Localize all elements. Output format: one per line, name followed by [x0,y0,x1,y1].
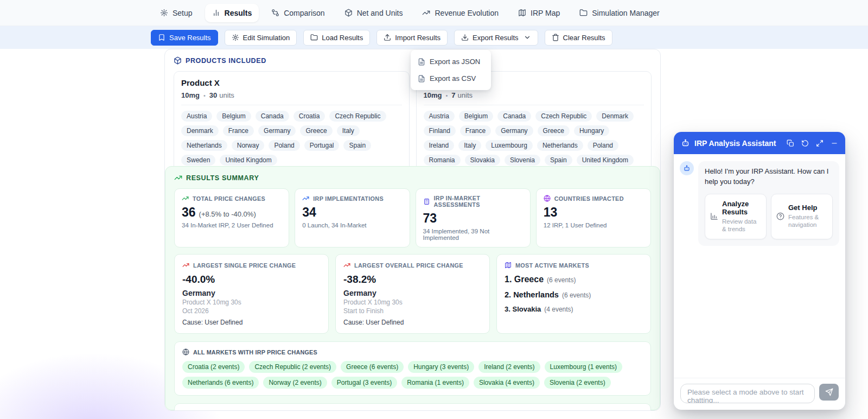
product-strength: 10mg [424,91,442,99]
market-pill: Portugal (3 events) [331,377,397,389]
country-tag: Greece [538,125,570,136]
price-change-value: -40.0% [182,274,321,285]
bot-icon [681,138,690,148]
price-change-cause: Cause: User Defined [343,319,482,326]
save-results-button[interactable]: Save Results [151,30,218,46]
file-icon [418,75,425,82]
button-label: Clear Results [563,34,605,42]
export-as-csv-item[interactable]: Export as CSV [411,70,491,87]
edit-simulation-button[interactable]: Edit Simulation [225,30,297,46]
price-change-product: Product X 10mg 30s [182,299,321,306]
clear-results-button[interactable]: Clear Results [545,30,612,46]
mode-subtitle: Review data & trends [722,218,761,233]
mode-title: Get Help [788,204,827,212]
product-meta: 10mg 7units [424,91,644,99]
assistant-message-area: Hello! I'm your IRP Assistant. How can I… [674,154,845,378]
results-summary-header: RESULTS SUMMARY [174,174,651,182]
stat-label-row: IRP IMPLEMENTATIONS [302,195,402,202]
button-label: Import Results [395,34,441,42]
price-change-cause: Cause: User Defined [182,319,321,326]
market-pill: Netherlands (6 events) [182,377,259,389]
card-label-row: ALL MARKETS WITH USER DEFINED PRICE CHAN… [182,410,643,411]
mode-card-text: Analyze Results Review data & trends [722,200,761,233]
button-label: Edit Simulation [243,34,290,42]
folder-icon [579,9,588,17]
trending-up-icon [422,9,430,17]
analyze-results-mode-card[interactable]: Analyze Results Review data & trends [705,194,767,239]
export-results-button[interactable]: Export Results [454,30,538,46]
country-tag: Spain [545,155,572,166]
bar-chart-icon [710,212,718,220]
country-tag: Canada [497,111,531,122]
menu-item-label: Export as CSV [430,74,476,82]
results-toolbar: Save Results Edit Simulation Load Result… [0,26,868,49]
price-change-country: Germany [182,289,321,297]
tab-comparison[interactable]: Comparison [264,4,331,22]
export-as-json-item[interactable]: Export as JSON [411,53,491,70]
irp-analysis-assistant-panel: IRP Analysis Assistant Hello! I'm your I… [674,132,845,410]
tab-revenue-evolution[interactable]: Revenue Evolution [415,4,506,22]
stat-value-row: 34 [302,205,402,220]
market-pill: Slovakia (4 events) [474,377,540,389]
country-tag: Netherlands [537,140,583,151]
largest-single-price-change-card: LARGEST SINGLE PRICE CHANGE -40.0% Germa… [174,254,329,334]
trending-up-icon [302,195,309,202]
mode-cards-row: Analyze Results Review data & trends Get… [705,194,833,239]
tab-net-and-units[interactable]: Net and Units [337,4,410,22]
card-label: LARGEST SINGLE PRICE CHANGE [193,262,296,269]
country-tag: Poland [269,140,299,151]
tab-results[interactable]: Results [205,4,259,22]
country-tag: Slovenia [505,155,540,166]
trash-icon [552,34,559,41]
minimize-icon[interactable] [831,139,838,147]
trending-up-icon [182,195,189,202]
country-tag: Austria [424,111,455,122]
get-help-mode-card[interactable]: Get Help Features & navigation [771,194,833,239]
globe-icon [182,410,189,411]
section-title: PRODUCTS INCLUDED [186,57,266,65]
copy-icon[interactable] [787,139,794,147]
folder-icon [310,34,318,41]
tab-simulation-manager[interactable]: Simulation Manager [572,4,667,22]
assistant-message-input[interactable] [680,384,815,403]
results-panel: PRODUCTS INCLUDED Product X 10mg 30units… [164,49,661,411]
bot-icon [683,164,691,172]
tab-label: Comparison [284,9,324,17]
active-market-entry: 1. Greece (6 events) [505,275,643,284]
load-results-button[interactable]: Load Results [303,30,370,46]
country-tag: Italy [337,125,360,136]
divider [424,105,644,105]
country-tag: Czech Republic [535,111,592,122]
price-change-period: Oct 2026 [182,307,321,315]
country-tag: Germany [495,125,533,136]
market-pill: Luxembourg (1 events) [545,361,622,373]
refresh-icon[interactable] [801,139,809,147]
tab-label: Net and Units [357,9,403,17]
product-units: 7units [451,91,473,99]
globe-icon [544,195,551,202]
bar-chart-icon [212,9,220,17]
country-tag: Spain [343,140,371,151]
import-results-button[interactable]: Import Results [376,30,448,46]
package-icon [174,56,182,65]
app-window: Setup Results Comparison Net and Units R… [0,0,868,419]
send-icon [825,388,833,396]
map-icon [518,9,526,17]
tab-irp-map[interactable]: IRP Map [511,4,567,22]
assistant-header: IRP Analysis Assistant [674,132,845,154]
card-label: ALL MARKETS WITH USER DEFINED PRICE CHAN… [193,411,352,411]
help-circle-icon [776,212,784,220]
market-pill: Norway (2 events) [263,377,327,389]
trending-up-icon [343,262,350,269]
market-pill: Greece (6 events) [341,361,404,373]
expand-icon[interactable] [816,139,824,147]
top-navigation: Setup Results Comparison Net and Units R… [0,0,868,26]
send-button[interactable] [819,384,839,401]
most-active-markets-card: MOST ACTIVE MARKETS 1. Greece (6 events)… [496,254,651,334]
results-summary-section: RESULTS SUMMARY TOTAL PRICE CHANGES 36 (… [165,166,660,410]
product-name: Product X [181,78,402,87]
tab-setup[interactable]: Setup [153,4,200,22]
gear-icon [160,9,168,17]
country-tag: United Kingdom [577,155,634,166]
card-label: MOST ACTIVE MARKETS [515,262,589,269]
